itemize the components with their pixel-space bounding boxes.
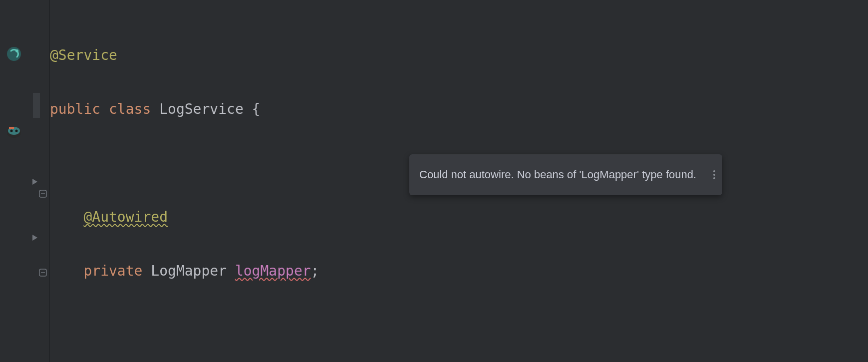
svg-point-5 <box>10 130 13 132</box>
code-line: @Autowired <box>50 204 868 231</box>
svg-point-1 <box>15 49 18 52</box>
code-line: private LogMapper logMapper; <box>50 258 868 285</box>
run-gutter-icon[interactable] <box>31 173 39 189</box>
code-line <box>50 312 868 339</box>
semicolon-token: ; <box>311 263 319 279</box>
class-name-token: LogService <box>159 101 244 117</box>
field-token: logMapper <box>235 263 311 279</box>
mybatis-mapper-icon[interactable] <box>6 124 22 140</box>
brace-token: { <box>252 101 261 117</box>
svg-point-6 <box>15 130 18 132</box>
tooltip-message: Could not autowire. No beans of 'LogMapp… <box>419 161 696 188</box>
annotation-token: @Autowired <box>83 209 168 225</box>
error-tooltip: Could not autowire. No beans of 'LogMapp… <box>409 154 722 195</box>
spring-bean-icon[interactable] <box>6 46 22 62</box>
run-gutter-icon[interactable] <box>31 229 39 245</box>
caret-line-marker <box>33 93 40 118</box>
svg-rect-4 <box>9 127 14 129</box>
annotation-token: @Service <box>50 47 117 63</box>
type-token: LogMapper <box>151 263 227 279</box>
more-actions-icon[interactable] <box>713 170 715 179</box>
code-line: public class LogService { <box>50 96 868 123</box>
keyword-token: public <box>50 101 100 117</box>
editor-gutter <box>0 0 50 362</box>
keyword-token: private <box>83 263 142 279</box>
keyword-token: class <box>109 101 151 117</box>
fold-toggle-icon[interactable] <box>38 189 48 199</box>
code-editor[interactable]: @Service public class LogService { @Auto… <box>50 0 868 362</box>
code-line: @Service <box>50 42 868 69</box>
fold-toggle-icon[interactable] <box>38 268 48 278</box>
